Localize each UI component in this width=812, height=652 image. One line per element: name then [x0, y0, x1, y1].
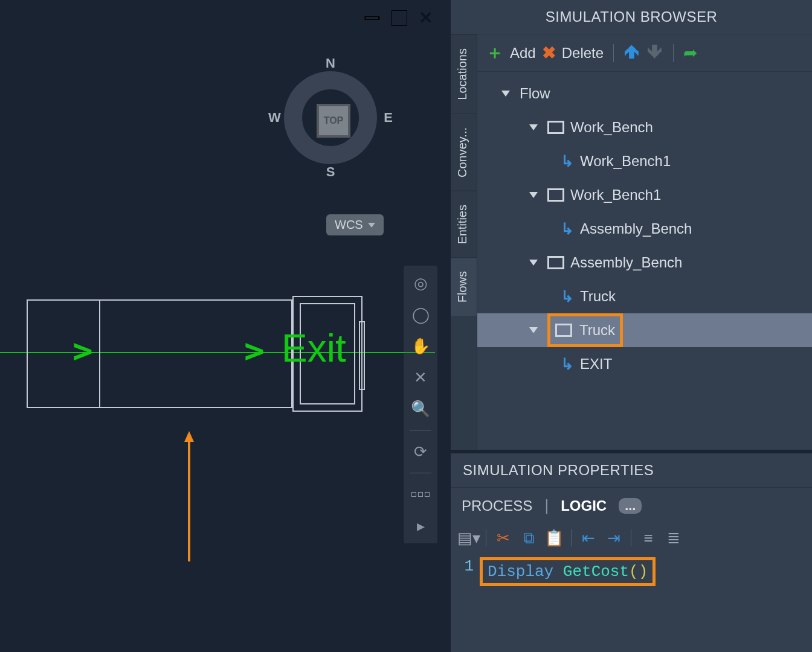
- tree-label: Work_Bench1: [570, 187, 661, 203]
- browser-title: SIMULATION BROWSER: [451, 0, 812, 34]
- rotate-icon[interactable]: ⟳: [409, 440, 432, 463]
- wcs-label: WCS: [335, 218, 363, 232]
- separator: |: [544, 496, 549, 515]
- grid-icon[interactable]: [409, 483, 432, 506]
- route-icon: ↳: [561, 355, 574, 374]
- line-number: 1: [459, 557, 474, 586]
- expander-icon[interactable]: [529, 192, 538, 198]
- tree-node-truck[interactable]: Truck: [477, 313, 812, 347]
- chevron-down-icon: [368, 223, 375, 228]
- cut-icon[interactable]: ✂: [495, 529, 512, 546]
- expander-icon[interactable]: [529, 260, 538, 266]
- goto-button[interactable]: ➦: [683, 43, 697, 63]
- expander-icon[interactable]: [529, 124, 538, 130]
- tree-node-workbench1[interactable]: Work_Bench1: [477, 178, 812, 212]
- route-icon: ↳: [561, 220, 574, 238]
- delete-button[interactable]: Delete: [562, 45, 604, 62]
- browser-content: ＋ Add ✖ Delete 🡹 🡻 ➦ Flow Work_Bench: [477, 34, 812, 450]
- location-icon: [547, 121, 564, 134]
- browser-vtabs: Locations Convey... Entities Flows: [451, 34, 477, 450]
- browser-toolbar: ＋ Add ✖ Delete 🡹 🡻 ➦: [477, 34, 812, 72]
- nav-toolbar: ◎ ◯ ✋ ✕ 🔍 ⟳ ▸: [404, 266, 437, 543]
- tree-sub-assembly[interactable]: ↳ Assembly_Bench: [477, 212, 812, 246]
- arrow-up-icon: [188, 441, 190, 561]
- align-left-icon[interactable]: ≡: [640, 529, 657, 546]
- properties-panel: SIMULATION PROPERTIES PROCESS | LOGIC ..…: [451, 450, 812, 652]
- expander-icon[interactable]: [501, 91, 510, 97]
- window-controls: ✕: [364, 11, 433, 25]
- tree-label: EXIT: [580, 356, 612, 372]
- compass-w[interactable]: W: [268, 110, 281, 126]
- x-icon: ✖: [542, 43, 556, 63]
- highlight-box: Display GetCost(): [480, 557, 656, 586]
- compass-s[interactable]: S: [326, 164, 335, 180]
- copy-icon[interactable]: ⧉: [520, 529, 537, 546]
- wcs-dropdown[interactable]: WCS: [326, 214, 384, 235]
- tab-locations[interactable]: Locations: [451, 34, 477, 113]
- flow-tree[interactable]: Flow Work_Bench ↳ Work_Bench1 Work_Bench…: [477, 72, 812, 450]
- orbit-free-icon[interactable]: ◯: [409, 303, 432, 326]
- truck-body-icon: [27, 299, 292, 408]
- tree-label: Work_Bench: [570, 119, 653, 136]
- add-button[interactable]: Add: [510, 45, 536, 62]
- separator: [631, 529, 631, 546]
- tree-sub-exit[interactable]: ↳ EXIT: [477, 347, 812, 381]
- tab-entities[interactable]: Entities: [451, 191, 477, 258]
- tree-node-assembly[interactable]: Assembly_Bench: [477, 246, 812, 280]
- outdent-icon[interactable]: ⇤: [580, 529, 597, 546]
- tree-label: Flow: [520, 85, 550, 102]
- exit-label: Exit: [282, 326, 346, 371]
- play-icon[interactable]: ▸: [409, 514, 432, 537]
- tree-label: Truck: [580, 288, 616, 305]
- pan-icon[interactable]: ✋: [409, 334, 432, 357]
- separator: [410, 473, 431, 473]
- maximize-icon[interactable]: [392, 11, 407, 25]
- code-keyword: Display: [488, 563, 553, 581]
- code-editor[interactable]: 1 Display GetCost(): [451, 552, 812, 598]
- close-icon[interactable]: ✕: [419, 12, 433, 24]
- right-panel: SIMULATION BROWSER Locations Convey... E…: [450, 0, 812, 652]
- browser-body: Locations Convey... Entities Flows ＋ Add…: [451, 34, 812, 450]
- highlight-box: Truck: [547, 313, 623, 347]
- snippets-icon[interactable]: ▤▾: [460, 529, 477, 546]
- route-icon: ↳: [561, 152, 574, 171]
- tree-label: Assembly_Bench: [580, 220, 692, 237]
- paste-icon[interactable]: 📋: [546, 529, 562, 546]
- compass-n[interactable]: N: [326, 56, 335, 71]
- editor-toolbar: ▤▾ ✂ ⧉ 📋 ⇤ ⇥ ≡ ≣: [451, 523, 812, 552]
- separator: [571, 529, 572, 546]
- tree-node-workbench[interactable]: Work_Bench: [477, 110, 812, 144]
- compass-e[interactable]: E: [384, 110, 393, 126]
- move-up-button[interactable]: 🡹: [624, 43, 640, 63]
- indent-icon[interactable]: ⇥: [605, 529, 622, 546]
- separator: [410, 430, 431, 430]
- view-top-button[interactable]: TOP: [317, 104, 350, 138]
- viewport[interactable]: ✕ TOP N S W E WCS > > Exit ◎ ◯ ✋ ✕ 🔍 ⟳ ▸: [0, 0, 450, 652]
- separator: [673, 44, 674, 62]
- minimize-icon[interactable]: [364, 16, 380, 20]
- tab-conveyors[interactable]: Convey...: [451, 113, 477, 191]
- route-icon: ↳: [561, 287, 574, 306]
- tab-logic[interactable]: LOGIC: [561, 497, 607, 514]
- code-paren: (): [629, 563, 648, 581]
- align-right-icon[interactable]: ≣: [665, 529, 682, 546]
- view-cube[interactable]: TOP N S W E: [267, 54, 394, 181]
- tree-label: Work_Bench1: [580, 153, 671, 170]
- tree-sub-truck[interactable]: ↳ Truck: [477, 280, 812, 313]
- expander-icon[interactable]: [529, 327, 538, 333]
- orbit-constrained-icon[interactable]: ◎: [409, 272, 432, 295]
- more-button[interactable]: ...: [619, 498, 642, 514]
- tree-sub-workbench1[interactable]: ↳ Work_Bench1: [477, 144, 812, 178]
- location-icon: [547, 188, 564, 202]
- tree-label: Assembly_Bench: [570, 254, 682, 271]
- separator: [613, 44, 614, 62]
- tree-node-flow[interactable]: Flow: [477, 77, 812, 110]
- properties-title: SIMULATION PROPERTIES: [451, 453, 812, 488]
- tab-process[interactable]: PROCESS: [462, 497, 532, 514]
- move-down-button[interactable]: 🡻: [646, 43, 663, 63]
- tab-flows[interactable]: Flows: [451, 257, 477, 316]
- properties-tabs: PROCESS | LOGIC ...: [451, 488, 812, 523]
- zoom-extents-icon[interactable]: ✕: [409, 366, 432, 389]
- zoom-icon[interactable]: 🔍: [409, 397, 432, 420]
- location-icon: [547, 256, 564, 269]
